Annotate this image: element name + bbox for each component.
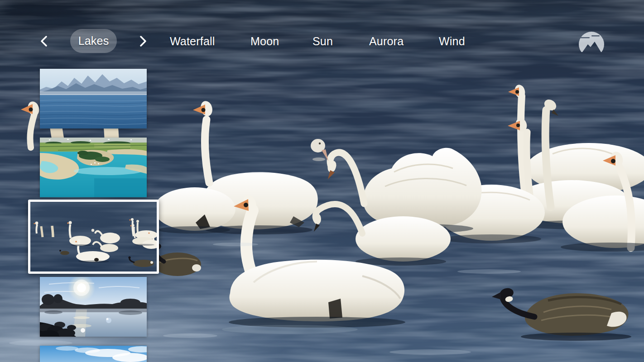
thumbnail-sun-lake[interactable] bbox=[40, 277, 147, 337]
category-wind[interactable]: Wind bbox=[439, 35, 465, 48]
category-sun[interactable]: Sun bbox=[312, 35, 333, 48]
mountain-dome-logo-icon bbox=[579, 32, 604, 52]
chevron-right-icon[interactable] bbox=[139, 36, 147, 47]
category-waterfall[interactable]: Waterfall bbox=[170, 35, 215, 48]
category-label: Lakes bbox=[78, 35, 109, 47]
chevron-left-icon[interactable] bbox=[40, 36, 48, 47]
selected-category-pill[interactable]: Lakes bbox=[70, 29, 117, 53]
thumbnail-hazy-mountains[interactable] bbox=[40, 69, 147, 129]
category-moon[interactable]: Moon bbox=[250, 35, 279, 48]
category-aurora[interactable]: Aurora bbox=[369, 35, 404, 48]
thumbnail-swans-selected[interactable] bbox=[28, 200, 159, 274]
wallpaper-picker-screen: Lakes Waterfall Moon Sun Aurora Wind bbox=[0, 0, 644, 362]
thumbnail-turquoise-lake[interactable] bbox=[40, 138, 147, 197]
thumbnail-clouds-sky[interactable] bbox=[40, 346, 147, 362]
